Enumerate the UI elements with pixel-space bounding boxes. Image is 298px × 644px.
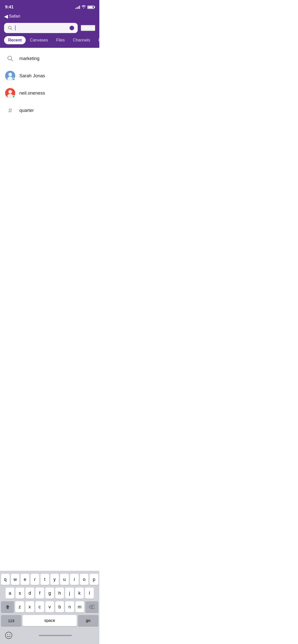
search-bar-container: Cancel <box>0 21 99 36</box>
online-dot <box>12 95 15 98</box>
avatar-sarah <box>5 71 15 81</box>
search-result-icon <box>5 53 15 64</box>
result-label: Sarah Jonas <box>19 73 45 79</box>
avatar-neil <box>5 88 15 98</box>
online-dot <box>12 78 15 81</box>
tab-people[interactable]: People <box>94 36 99 44</box>
mic-dot <box>70 26 74 30</box>
filter-tabs: Recent Canvases Files Channels People <box>0 36 99 48</box>
tab-channels[interactable]: Channels <box>69 36 94 44</box>
search-input[interactable] <box>15 25 67 31</box>
text-cursor <box>15 25 16 31</box>
channel-hash-icon: # <box>5 105 15 115</box>
result-label: quarter <box>19 108 34 113</box>
back-arrow-icon: ◀ <box>4 14 8 19</box>
results-list: marketing <box>0 48 99 121</box>
result-label: marketing <box>19 56 39 61</box>
magnifier-icon <box>7 55 14 62</box>
search-icon <box>8 25 13 31</box>
results-container: marketing <box>0 48 99 200</box>
search-bar[interactable] <box>4 23 78 33</box>
hash-symbol: # <box>8 107 12 114</box>
tab-files[interactable]: Files <box>52 36 69 44</box>
status-time: 9:41 <box>5 5 13 10</box>
svg-point-9 <box>8 90 12 94</box>
safari-back-label: Safari <box>9 14 20 19</box>
status-icons <box>75 5 94 9</box>
result-label: neil.oneness <box>19 91 45 96</box>
list-item[interactable]: # quarter <box>0 102 99 119</box>
signal-icon <box>75 5 80 9</box>
battery-icon <box>87 6 94 9</box>
status-bar: 9:41 <box>0 0 99 13</box>
wifi-icon <box>82 5 86 9</box>
cancel-button[interactable]: Cancel <box>81 25 95 31</box>
list-item[interactable]: marketing <box>0 50 99 67</box>
list-item[interactable]: Sarah Jonas <box>0 67 99 84</box>
tab-canvases[interactable]: Canvases <box>26 36 52 44</box>
svg-point-3 <box>8 73 12 76</box>
list-item[interactable]: neil.oneness <box>0 84 99 102</box>
safari-bar: ◀ Safari <box>0 13 99 21</box>
tab-recent[interactable]: Recent <box>4 36 26 44</box>
safari-back-button[interactable]: ◀ Safari <box>4 14 20 19</box>
